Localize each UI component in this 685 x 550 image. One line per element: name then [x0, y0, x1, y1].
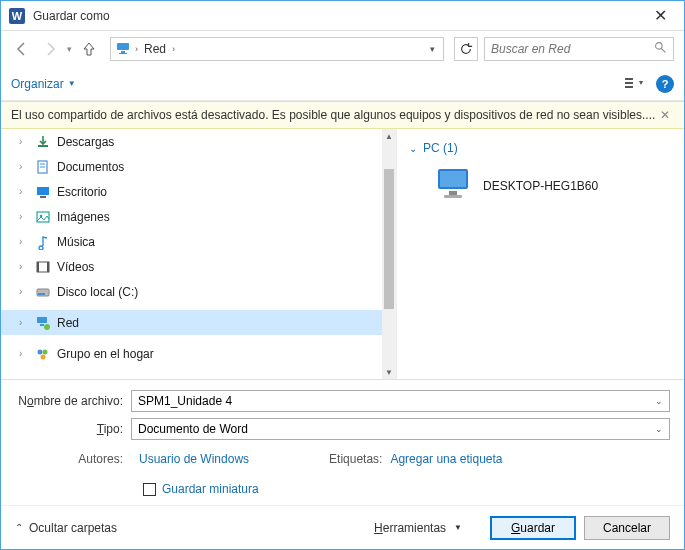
form-area: Nombre de archivo: ⌄ Tipo: ⌄ Autores: Us…: [1, 379, 684, 504]
footer: ⌃ Ocultar carpetas Herramientas ▼ Guarda…: [1, 505, 684, 549]
music-icon: [35, 234, 51, 250]
search-input[interactable]: [491, 42, 654, 56]
up-button[interactable]: [78, 38, 100, 60]
filename-field[interactable]: ⌄: [131, 390, 670, 412]
expander-icon[interactable]: ›: [19, 136, 29, 147]
chevron-up-icon: ⌃: [15, 522, 23, 533]
expander-icon[interactable]: ›: [19, 211, 29, 222]
tree-scrollbar[interactable]: ▲ ▼: [382, 129, 396, 379]
network-icon: [35, 315, 51, 331]
thumbnail-label[interactable]: Guardar miniatura: [162, 482, 259, 496]
type-input[interactable]: [138, 422, 651, 436]
warning-text: El uso compartido de archivos está desac…: [11, 108, 656, 122]
authors-label: Autores:: [15, 452, 131, 466]
video-icon: [35, 259, 51, 275]
help-button[interactable]: ?: [656, 75, 674, 93]
tree-item-documentos[interactable]: › Documentos: [1, 154, 396, 179]
view-options-button[interactable]: [620, 73, 650, 95]
close-button[interactable]: ✕: [644, 6, 676, 25]
scroll-down-icon[interactable]: ▼: [382, 365, 396, 379]
tree-item-red[interactable]: › Red: [1, 310, 396, 335]
svg-rect-20: [38, 293, 45, 295]
expander-icon[interactable]: ›: [19, 261, 29, 272]
expander-icon[interactable]: ›: [19, 186, 29, 197]
recent-dropdown[interactable]: ▾: [67, 44, 72, 54]
address-bar[interactable]: › Red › ▾: [110, 37, 444, 61]
svg-rect-22: [40, 324, 44, 326]
warning-bar: El uso compartido de archivos está desac…: [1, 101, 684, 129]
desktop-icon: [35, 184, 51, 200]
content-pane: ⌄ PC (1) DESKTOP-HEG1B60: [396, 129, 684, 379]
disk-icon: [35, 284, 51, 300]
type-field[interactable]: ⌄: [131, 418, 670, 440]
organize-label: Organizar: [11, 77, 64, 91]
tools-menu[interactable]: Herramientas ▼: [374, 521, 462, 535]
tree-item-imagenes[interactable]: › Imágenes: [1, 204, 396, 229]
forward-button[interactable]: [39, 38, 61, 60]
expander-icon[interactable]: ›: [19, 286, 29, 297]
authors-value[interactable]: Usuario de Windows: [139, 452, 249, 466]
search-box[interactable]: [484, 37, 674, 61]
chevron-down-icon: ▼: [68, 79, 76, 88]
filename-row: Nombre de archivo: ⌄: [15, 390, 670, 412]
nav-bar: ▾ › Red › ▾: [1, 31, 684, 67]
organize-menu[interactable]: Organizar ▼: [11, 77, 76, 91]
expander-icon[interactable]: ›: [19, 348, 29, 359]
cancel-button[interactable]: Cancelar: [584, 516, 670, 540]
hide-folders-button[interactable]: ⌃ Ocultar carpetas: [15, 521, 117, 535]
svg-point-26: [41, 354, 46, 359]
svg-point-3: [656, 43, 663, 50]
tree-item-videos[interactable]: › Vídeos: [1, 254, 396, 279]
pc-item[interactable]: DESKTOP-HEG1B60: [409, 167, 672, 204]
svg-rect-29: [449, 191, 457, 195]
back-button[interactable]: [11, 38, 33, 60]
toolbar: Organizar ▼ ?: [1, 67, 684, 101]
save-button[interactable]: Guardar: [490, 516, 576, 540]
filename-input[interactable]: [138, 394, 651, 408]
tree-item-grupo-hogar[interactable]: › Grupo en el hogar: [1, 341, 396, 366]
images-icon: [35, 209, 51, 225]
svg-rect-7: [625, 86, 633, 88]
group-label: PC (1): [423, 141, 458, 155]
homegroup-icon: [35, 346, 51, 362]
window-title: Guardar como: [33, 9, 644, 23]
tree-item-escritorio[interactable]: › Escritorio: [1, 179, 396, 204]
svg-rect-13: [40, 196, 46, 198]
scroll-up-icon[interactable]: ▲: [382, 129, 396, 143]
document-icon: [35, 159, 51, 175]
breadcrumb-sep: ›: [172, 44, 175, 54]
meta-row: Autores: Usuario de Windows Etiquetas: A…: [15, 446, 670, 466]
svg-rect-8: [38, 145, 48, 147]
chevron-down-icon[interactable]: ⌄: [651, 396, 663, 406]
svg-rect-30: [444, 195, 462, 198]
expander-icon[interactable]: ›: [19, 161, 29, 172]
svg-line-4: [661, 48, 665, 52]
tree-item-descargas[interactable]: › Descargas: [1, 129, 396, 154]
tags-value[interactable]: Agregar una etiqueta: [390, 452, 502, 466]
svg-rect-28: [440, 171, 466, 187]
address-dropdown[interactable]: ▾: [426, 44, 439, 54]
svg-rect-5: [625, 78, 633, 80]
warning-close-button[interactable]: ✕: [656, 108, 674, 122]
tree-item-disco-c[interactable]: › Disco local (C:): [1, 279, 396, 304]
expander-icon[interactable]: ›: [19, 236, 29, 247]
scroll-thumb[interactable]: [384, 169, 394, 309]
filename-label: Nombre de archivo:: [15, 394, 131, 408]
thumbnail-checkbox[interactable]: [143, 483, 156, 496]
svg-rect-21: [37, 317, 47, 323]
title-bar: W Guardar como ✕: [1, 1, 684, 31]
breadcrumb-root[interactable]: Red: [142, 42, 168, 56]
word-app-icon: W: [9, 8, 25, 24]
chevron-down-icon[interactable]: ⌄: [651, 424, 663, 434]
tags-label: Etiquetas:: [329, 452, 382, 466]
svg-rect-17: [37, 262, 39, 272]
svg-rect-0: [117, 43, 129, 50]
refresh-button[interactable]: [454, 37, 478, 61]
type-row: Tipo: ⌄: [15, 418, 670, 440]
pc-name: DESKTOP-HEG1B60: [483, 179, 598, 193]
network-icon: [115, 40, 131, 59]
chevron-down-icon: ⌄: [409, 143, 417, 154]
group-header-pc[interactable]: ⌄ PC (1): [409, 141, 672, 155]
expander-icon[interactable]: ›: [19, 317, 29, 328]
tree-item-musica[interactable]: › Música: [1, 229, 396, 254]
